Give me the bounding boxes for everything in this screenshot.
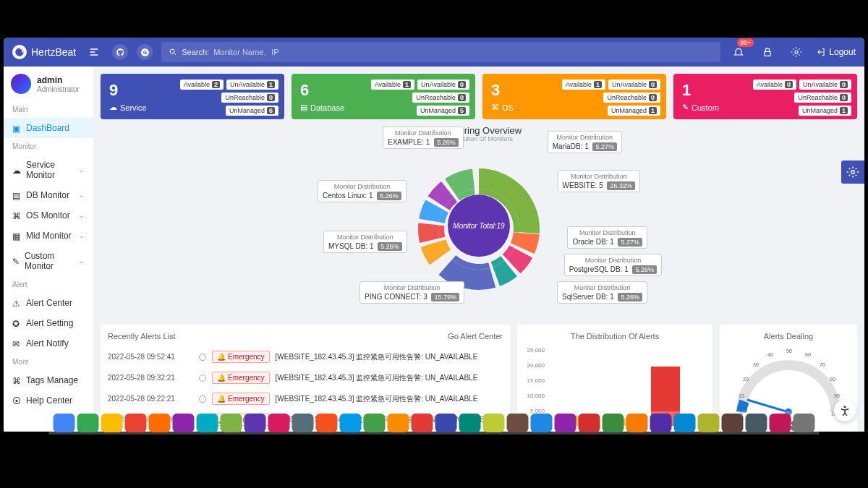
dashboard-icon: ▣ [12,124,21,132]
svg-text:25,000: 25,000 [527,347,545,354]
cloud-icon: ☁ [109,103,117,112]
callout-postgres: Monitor DistributionPostgreSQL DB: 1 5.2… [564,254,662,276]
notification-badge: 99+ [737,38,754,47]
donut-center-label: Monitor Total:19 [448,194,510,257]
search-label: Search: [182,48,209,56]
stat-count: 3 [491,81,514,100]
nav-help[interactable]: ⦿Help Center [4,390,93,411]
chevron-down-icon: ⌄ [79,232,85,239]
logout-label: Logout [829,47,856,57]
tag-icon: ⌘ [12,376,21,385]
help-icon: ⦿ [12,396,21,405]
svg-point-3 [170,49,174,53]
stat-card-os[interactable]: 3 ⌘OS Available1 UnAvailable0 UnReachabl… [482,74,666,119]
svg-point-5 [795,51,798,53]
badge-unreachable: UnReachable0 [221,93,278,103]
database-icon: ▤ [300,103,307,112]
logout-button[interactable]: Logout [816,47,856,57]
stat-card-service[interactable]: 9 ☁Service Available2 UnAvailable1 UnRea… [101,74,284,119]
nav-alert-center[interactable]: ⚠Alert Center [4,293,93,313]
chevron-down-icon: ⌄ [79,212,85,219]
svg-point-50 [844,406,846,408]
callout-sqlserver: Monitor DistributionSqlServer DB: 1 5.26… [557,281,647,304]
sidebar: admin Administrator Main ▣DashBoard Moni… [4,67,93,432]
svg-text:15,000: 15,000 [527,377,545,384]
os-icon: ⌘ [491,103,499,112]
main-content: 9 ☁Service Available2 UnAvailable1 UnRea… [93,67,864,432]
nav-alert-setting[interactable]: ✪Alert Setting [4,313,93,333]
badge-unavailable: UnAvailable1 [226,80,278,90]
nav-custom-monitor[interactable]: ✎Custom Monitor⌄ [4,246,93,276]
user-block[interactable]: admin Administrator [4,67,93,101]
stat-count: 6 [300,81,344,100]
svg-text:20,000: 20,000 [527,362,545,369]
nav-db-monitor[interactable]: ▤DB Monitor⌄ [4,185,93,205]
nav-section-more: More [4,354,93,370]
nav-service-monitor[interactable]: ☁Service Monitor⌄ [4,155,93,185]
badge-unmanaged: UnManaged6 [226,106,278,116]
brand-logo[interactable]: HertzBeat [12,45,76,59]
callout-example: Monitor DistributionEXAMPLE: 1 5.26% [383,127,464,149]
nav-section-main: Main [4,101,93,118]
user-name: admin [37,75,80,85]
svg-text:10: 10 [739,393,744,398]
nav-mid-monitor[interactable]: ▦Mid Monitor⌄ [4,226,93,246]
alert-row[interactable]: 2022-05-28 09:22:21 🔔Emergency [WEBSITE_… [108,388,503,409]
brand-name: HertzBeat [31,46,76,58]
search-input[interactable]: Search: Monitor Name、IP [161,42,720,62]
go-alert-center-link[interactable]: Go Alert Center [448,332,503,341]
nav-section-alert: Alert [4,276,93,293]
grid-icon: ▦ [12,231,21,240]
database-icon: ▤ [12,191,21,200]
lock-icon[interactable] [758,43,777,61]
menu-toggle-icon[interactable] [85,43,103,61]
alert-row[interactable]: 2022-05-28 09:52:41 🔔Emergency [WEBSITE_… [108,346,503,367]
svg-text:G: G [143,49,147,54]
github-icon[interactable] [112,44,128,60]
nav-tags[interactable]: ⌘Tags Manage [4,370,93,390]
stat-card-database[interactable]: 6 ▤Database Available1 UnAvailable0 UnRe… [292,74,475,119]
accessibility-button[interactable] [834,400,856,421]
stats-row: 9 ☁Service Available2 UnAvailable1 UnRea… [101,74,857,119]
logo-icon [12,45,27,59]
alert-icon: ⚠ [12,299,21,307]
settings-icon[interactable] [787,43,806,61]
app-header: HertzBeat G Search: Monitor Name、IP 99+ [4,38,864,67]
custom-icon: ✎ [12,257,20,265]
svg-text:90: 90 [834,393,840,398]
callout-mariadb: Monitor DistributionMariaDB: 1 5.27% [548,131,622,153]
alert-row[interactable]: 2022-05-28 09:32:21 🔔Emergency [WEBSITE_… [108,367,503,388]
gitee-icon[interactable]: G [137,44,153,60]
svg-text:10,000: 10,000 [527,393,545,399]
chevron-down-icon: ⌄ [79,166,85,174]
callout-ping: Monitor DistributionPING CONNECT: 3 15.7… [359,281,464,304]
stat-card-custom[interactable]: 1 ✎Custom Available0 UnAvailable0 UnReac… [673,74,857,119]
bell-icon: 🔔 [217,353,226,361]
nav-os-monitor[interactable]: ⌘OS Monitor⌄ [4,205,93,226]
chevron-down-icon: ⌄ [79,257,85,265]
floating-settings-button[interactable] [841,160,864,184]
emergency-tag: 🔔Emergency [212,351,270,363]
user-role: Administrator [37,85,80,93]
callout-website: Monitor DistributionWEBSITE: 5 26.32% [558,170,640,192]
svg-text:70: 70 [820,362,825,367]
svg-point-49 [851,171,855,174]
notifications-icon[interactable]: 99+ [729,43,748,61]
cloud-icon: ☁ [12,166,21,174]
stat-count: 1 [682,81,719,100]
monitoring-overview-chart: Monitoring Overview Distribution Of Moni… [101,125,857,320]
svg-text:60: 60 [805,352,811,357]
svg-line-47 [747,400,788,412]
avatar [11,74,31,94]
search-placeholder: Monitor Name、IP [213,47,278,58]
chevron-down-icon: ⌄ [79,192,85,199]
svg-text:20: 20 [743,377,749,382]
nav-dashboard[interactable]: ▣DashBoard [4,118,93,138]
badge-available: Available2 [180,80,224,90]
svg-text:40: 40 [767,352,773,357]
alert-setting-icon: ✪ [12,319,21,328]
nav-alert-notify[interactable]: ✉Alert Notify [4,333,93,354]
callout-oracle: Monitor DistributionOracle DB: 1 5.27% [567,226,647,249]
svg-text:50: 50 [786,348,792,354]
svg-text:80: 80 [830,377,835,382]
